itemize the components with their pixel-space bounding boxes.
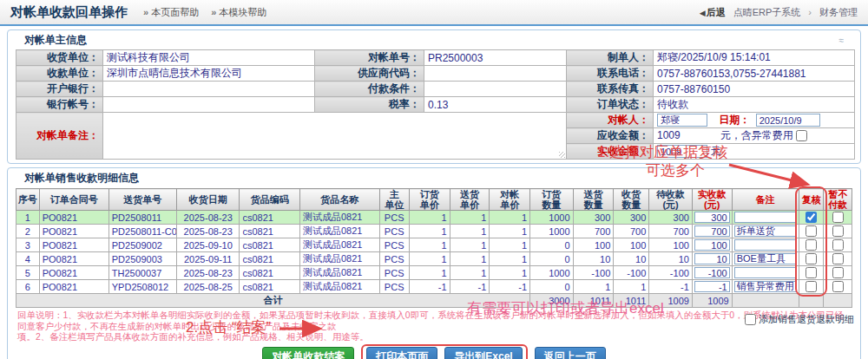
delivery-price-cell: -1 — [450, 280, 490, 294]
receive-qty-cell: 1 — [614, 280, 649, 294]
received-amount-cell-input[interactable] — [694, 225, 730, 237]
abnormal-fee-checkbox[interactable] — [796, 130, 807, 141]
order-price-cell: -1 — [409, 280, 450, 294]
delivery-qty-cell: 1 — [573, 280, 614, 294]
statement-person-label: 对帐人： — [567, 113, 654, 128]
received-suffix: 元 — [710, 145, 720, 157]
column-header: 序号 — [16, 189, 40, 211]
remark-cell-input[interactable] — [734, 281, 797, 292]
statement-no-label: 对帐单号： — [315, 50, 424, 66]
column-header: 货品名称 — [299, 189, 379, 211]
column-header: 送货单号 — [108, 189, 176, 211]
pending-cell: 100 — [649, 238, 693, 252]
creator-label: 制单人： — [567, 50, 654, 66]
total-row: 合计 3000 1011 1011 1009 1009 — [16, 294, 852, 308]
delivery-qty-cell: 300 — [573, 211, 614, 225]
hold-payment-checkbox[interactable] — [832, 212, 844, 223]
review-checkbox[interactable] — [806, 253, 817, 264]
remark-cell-input[interactable] — [734, 225, 797, 237]
bank-account-label: 银行帐号： — [16, 97, 103, 113]
column-header: 收货 数量 — [614, 189, 649, 211]
detail-table-body: 1PO0821PD25080112025-08-23cs0821测试成品0821… — [16, 211, 852, 294]
contract-cell: PO0821 — [39, 211, 108, 225]
delivery-qty-cell: 700 — [573, 225, 614, 238]
item-code-cell: cs0821 — [240, 252, 300, 266]
review-checkbox[interactable] — [806, 239, 817, 251]
bank-account-value — [103, 97, 315, 113]
receivable-value: 1009 — [657, 129, 681, 141]
statement-no-value: PR2500003 — [424, 50, 567, 66]
remark-cell-input[interactable] — [734, 239, 797, 251]
contact-phone-value: 0757-88760153,0755-27441881 — [654, 66, 855, 82]
module-help-label: 本模块帮助 — [219, 7, 266, 17]
print-button[interactable]: 打印本页面 — [366, 347, 437, 359]
detail-row: 6PO0821YPD25080122025-08-25cs0821测试成品082… — [16, 280, 852, 294]
column-header: 对帐 单价 — [490, 189, 530, 211]
received-amount-cell-input[interactable] — [694, 267, 730, 278]
statement-person-input[interactable] — [657, 114, 707, 127]
back-page-button[interactable]: 返回上一页 — [535, 347, 606, 359]
form-row: 开户银行： 付款条件： 联系传真： 0757-88760150 — [16, 82, 855, 97]
payment-terms-value — [424, 82, 567, 97]
received-amount-cell-input[interactable] — [694, 253, 730, 264]
back-button[interactable]: ◀后退 — [700, 6, 726, 19]
item-name-cell: 测试成品0821 — [299, 211, 379, 225]
collapse-icon[interactable]: ≈ — [839, 36, 845, 45]
column-header: 实收款 (元) — [692, 189, 732, 211]
column-header: 订单合同号 — [39, 189, 108, 211]
delivery-no-cell: PD2508011-C01 — [108, 225, 176, 238]
received-amount-cell-input[interactable] — [694, 212, 730, 223]
main-info-panel: 对帐单主信息 ≈ 收货单位： 测试科技有限公司 对帐单号： PR2500003 … — [7, 29, 861, 164]
detail-title-row: 对帐单销售收款明细信息 — [16, 170, 852, 187]
order-price-cell: 1 — [409, 266, 450, 280]
unit-cell: PCS — [379, 238, 409, 252]
unit-cell: PCS — [379, 252, 409, 266]
hold-payment-checkbox[interactable] — [832, 253, 844, 264]
date-cell: 2025-08-23 — [176, 225, 239, 238]
hold-payment-checkbox[interactable] — [832, 239, 844, 251]
breadcrumb-system[interactable]: 点晴ERP子系统 — [733, 6, 801, 19]
add-return-detail-label: 添加销售退货退款明细 — [759, 313, 854, 326]
add-return-detail-option[interactable]: 添加销售退货退款明细 — [745, 313, 854, 326]
receive-qty-cell: 100 — [614, 238, 649, 252]
print-export-highlight-box: 打印本页面 导出到Excel — [361, 344, 527, 359]
hold-payment-checkbox[interactable] — [832, 281, 844, 292]
pending-cell: 700 — [649, 225, 693, 238]
breadcrumb-module[interactable]: 财务管理 — [819, 6, 858, 19]
date-input[interactable] — [756, 114, 820, 127]
order-price-cell: 1 — [409, 211, 450, 225]
received-amount-input[interactable] — [657, 145, 707, 158]
statement-price-cell: 1 — [490, 266, 530, 280]
statement-price-cell: 1 — [490, 225, 530, 238]
note-line-1: 回单说明：1、实收款栏为本对帐单各明细实际收到的金额，如果某品项暂时未收到款，直… — [17, 310, 851, 331]
detail-row: 4PO0821PD25090032025-09-11cs0821测试成品0821… — [16, 252, 852, 266]
seq-cell: 5 — [16, 266, 40, 280]
supplier-code-label: 供应商代码： — [315, 66, 424, 82]
close-statement-button[interactable]: 对帐单收款结案 — [262, 347, 354, 359]
page-help-link[interactable]: »本页面帮助 — [143, 6, 199, 19]
date-cell: 2025-08-25 — [176, 280, 239, 294]
add-return-detail-checkbox[interactable] — [745, 314, 756, 325]
unit-cell: PCS — [379, 266, 409, 280]
payment-terms-label: 付款条件： — [315, 82, 424, 97]
item-code-cell: cs0821 — [240, 266, 300, 280]
received-cell: 元 — [654, 144, 855, 160]
remark-cell-input[interactable] — [734, 253, 797, 264]
order-qty-cell: 1000 — [530, 225, 574, 238]
remark-cell-input[interactable] — [734, 267, 797, 278]
received-amount-cell-input[interactable] — [694, 239, 730, 251]
total-delivery-qty: 1011 — [573, 294, 614, 308]
statement-remark-textarea[interactable] — [103, 113, 567, 160]
column-header: 待收款 (元) — [649, 189, 693, 211]
order-qty-cell: 0 — [530, 252, 574, 266]
review-checkbox[interactable] — [806, 225, 817, 237]
review-checkbox[interactable] — [806, 212, 817, 223]
review-checkbox[interactable] — [806, 267, 817, 278]
received-amount-cell-input[interactable] — [694, 281, 730, 292]
hold-payment-checkbox[interactable] — [832, 225, 844, 237]
module-help-link[interactable]: »本模块帮助 — [211, 6, 266, 19]
remark-cell-input[interactable] — [734, 212, 797, 223]
review-checkbox[interactable] — [806, 281, 817, 292]
export-excel-button[interactable]: 导出到Excel — [444, 347, 522, 359]
hold-payment-checkbox[interactable] — [832, 267, 844, 278]
